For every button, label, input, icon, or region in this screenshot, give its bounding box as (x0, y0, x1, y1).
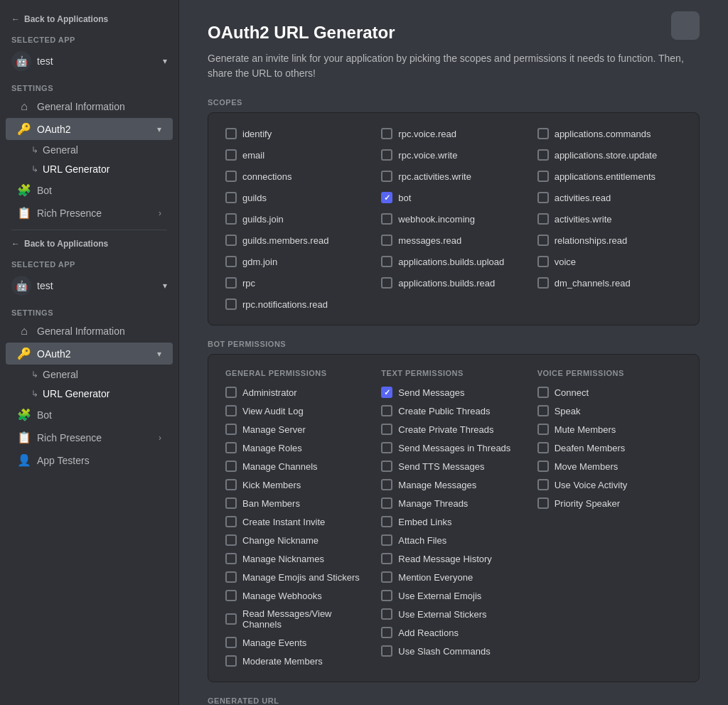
sidebar-item-oauth2-general[interactable]: ↳ General (6, 141, 173, 159)
scope-item-messages-read[interactable]: messages.read (375, 231, 531, 249)
scope-item-applications-builds-read[interactable]: applications.builds.read (375, 274, 531, 292)
perm-item-administrator[interactable]: Administrator (220, 383, 375, 402)
scope-checkbox-rpc[interactable] (225, 277, 237, 289)
perm-item-create-public-threads[interactable]: Create Public Threads (375, 402, 531, 420)
scope-checkbox-applications-entitlements[interactable] (537, 171, 549, 182)
perm-checkbox-manage-roles[interactable] (225, 442, 237, 453)
perm-checkbox-use-external-emojis[interactable] (381, 590, 392, 601)
sidebar-item-url-generator-2[interactable]: ↳ URL Generator (6, 384, 173, 403)
perm-checkbox-create-public-threads[interactable] (381, 405, 392, 416)
perm-checkbox-administrator[interactable] (225, 387, 237, 398)
perm-item-moderate-members[interactable]: Moderate Members (220, 652, 375, 670)
perm-checkbox-manage-channels[interactable] (225, 461, 237, 472)
scope-checkbox-identify[interactable] (225, 128, 237, 139)
scope-item-applications-commands[interactable]: applications.commands (532, 124, 687, 143)
sidebar-item-oauth2-general-2[interactable]: ↳ General (6, 365, 173, 384)
perm-checkbox-use-slash-commands[interactable] (381, 645, 392, 657)
scope-checkbox-webhook-incoming[interactable] (381, 213, 392, 225)
scope-checkbox-activities-read[interactable] (537, 192, 549, 203)
scope-checkbox-rpc-voice-write[interactable] (381, 149, 392, 161)
perm-item-deafen-members[interactable]: Deafen Members (532, 438, 687, 457)
scope-checkbox-rpc-activities-write[interactable] (381, 171, 392, 182)
perm-checkbox-add-reactions[interactable] (381, 627, 392, 638)
scope-checkbox-bot[interactable] (381, 192, 392, 203)
selected-app-row-2[interactable]: 🤖 test ▾ (0, 271, 178, 300)
perm-checkbox-manage-emojis[interactable] (225, 571, 237, 583)
perm-item-use-slash-commands[interactable]: Use Slash Commands (375, 642, 531, 660)
perm-checkbox-manage-server[interactable] (225, 424, 237, 435)
scope-checkbox-applications-store-update[interactable] (537, 149, 549, 161)
scope-checkbox-applications-builds-read[interactable] (381, 277, 392, 289)
perm-checkbox-use-external-stickers[interactable] (381, 608, 392, 620)
back-to-applications-link[interactable]: ← Back to Applications (0, 11, 178, 30)
perm-checkbox-create-private-threads[interactable] (381, 424, 392, 435)
scope-item-activities-read[interactable]: activities.read (532, 188, 687, 207)
perm-checkbox-manage-events[interactable] (225, 637, 237, 648)
perm-checkbox-use-voice-activity[interactable] (537, 479, 549, 490)
scope-item-relationships-read[interactable]: relationships.read (532, 231, 687, 249)
perm-checkbox-change-nickname[interactable] (225, 534, 237, 546)
scope-checkbox-gdm-join[interactable] (225, 256, 237, 267)
perm-checkbox-manage-nicknames[interactable] (225, 553, 237, 564)
scope-item-guilds-members-read[interactable]: guilds.members.read (220, 231, 375, 249)
sidebar-item-oauth2[interactable]: 🔑 OAuth2 ▾ (6, 118, 173, 140)
perm-checkbox-manage-threads[interactable] (381, 497, 392, 509)
perm-checkbox-priority-speaker[interactable] (537, 497, 549, 509)
scope-item-email[interactable]: email (220, 146, 375, 164)
perm-item-kick-members[interactable]: Kick Members (220, 475, 375, 494)
perm-checkbox-embed-links[interactable] (381, 516, 392, 527)
scope-checkbox-dm-channels-read[interactable] (537, 277, 549, 289)
perm-item-manage-messages[interactable]: Manage Messages (375, 475, 531, 494)
scope-item-identify[interactable]: identify (220, 124, 375, 143)
scope-item-applications-entitlements[interactable]: applications.entitlements (532, 167, 687, 185)
perm-item-view-audit-log[interactable]: View Audit Log (220, 402, 375, 420)
perm-item-speak[interactable]: Speak (532, 402, 687, 420)
perm-item-send-tts-messages[interactable]: Send TTS Messages (375, 457, 531, 475)
perm-checkbox-ban-members[interactable] (225, 497, 237, 509)
perm-item-use-voice-activity[interactable]: Use Voice Activity (532, 475, 687, 494)
sidebar-item-general-info-2[interactable]: ⌂ General Information (6, 321, 173, 342)
perm-checkbox-send-messages[interactable] (381, 387, 392, 398)
perm-checkbox-kick-members[interactable] (225, 479, 237, 490)
scope-item-gdm-join[interactable]: gdm.join (220, 252, 375, 271)
scope-item-rpc[interactable]: rpc (220, 274, 375, 292)
scope-item-guilds-join[interactable]: guilds.join (220, 210, 375, 228)
scope-item-webhook-incoming[interactable]: webhook.incoming (375, 210, 531, 228)
scope-item-applications-store-update[interactable]: applications.store.update (532, 146, 687, 164)
scope-item-rpc-notifications-read[interactable]: rpc.notifications.read (220, 295, 375, 313)
perm-checkbox-mention-everyone[interactable] (381, 571, 392, 583)
perm-checkbox-speak[interactable] (537, 405, 549, 416)
perm-checkbox-create-instant-invite[interactable] (225, 516, 237, 527)
perm-checkbox-attach-files[interactable] (381, 534, 392, 546)
perm-checkbox-read-messages[interactable] (225, 613, 237, 625)
perm-item-change-nickname[interactable]: Change Nickname (220, 531, 375, 549)
perm-item-manage-channels[interactable]: Manage Channels (220, 457, 375, 475)
scope-item-activities-write[interactable]: activities.write (532, 210, 687, 228)
perm-item-mute-members[interactable]: Mute Members (532, 420, 687, 438)
perm-item-manage-webhooks[interactable]: Manage Webhooks (220, 586, 375, 605)
scope-checkbox-email[interactable] (225, 149, 237, 161)
perm-checkbox-manage-webhooks[interactable] (225, 590, 237, 601)
perm-item-manage-emojis[interactable]: Manage Emojis and Stickers (220, 568, 375, 586)
perm-item-attach-files[interactable]: Attach Files (375, 531, 531, 549)
perm-item-send-messages[interactable]: Send Messages (375, 383, 531, 402)
scope-item-rpc-activities-write[interactable]: rpc.activities.write (375, 167, 531, 185)
perm-checkbox-read-message-history[interactable] (381, 553, 392, 564)
scope-item-bot[interactable]: bot (375, 188, 531, 207)
sidebar-item-app-testers[interactable]: 👤 App Testers (6, 449, 173, 471)
perm-checkbox-view-audit-log[interactable] (225, 405, 237, 416)
sidebar-item-rich-presence[interactable]: 📋 Rich Presence › (6, 202, 173, 224)
perm-checkbox-deafen-members[interactable] (537, 442, 549, 453)
perm-item-read-messages[interactable]: Read Messages/View Channels (220, 605, 375, 633)
scope-checkbox-voice[interactable] (537, 256, 549, 267)
perm-checkbox-send-messages-in-threads[interactable] (381, 442, 392, 453)
perm-checkbox-moderate-members[interactable] (225, 655, 237, 667)
scope-item-voice[interactable]: voice (532, 252, 687, 271)
perm-checkbox-send-tts-messages[interactable] (381, 461, 392, 472)
perm-item-connect[interactable]: Connect (532, 383, 687, 402)
perm-item-priority-speaker[interactable]: Priority Speaker (532, 494, 687, 512)
perm-item-move-members[interactable]: Move Members (532, 457, 687, 475)
scope-item-applications-builds-upload[interactable]: applications.builds.upload (375, 252, 531, 271)
perm-item-manage-roles[interactable]: Manage Roles (220, 438, 375, 457)
sidebar-item-url-generator[interactable]: ↳ URL Generator (6, 160, 173, 178)
